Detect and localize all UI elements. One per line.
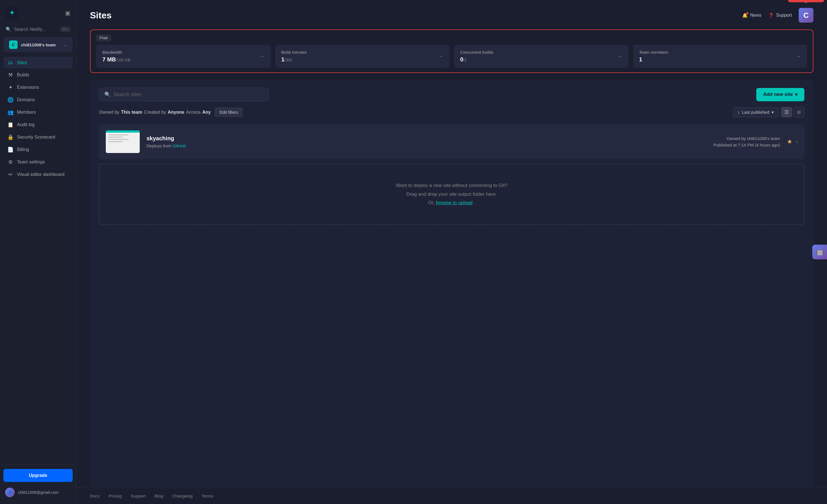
header-actions: 🔔 News ❓ Support 限制条件 C: [742, 8, 814, 22]
drop-zone-line2: Drag and drop your site output folder he…: [116, 190, 787, 199]
sidebar-item-sites[interactable]: 🗂 Sites: [3, 57, 73, 68]
main-header: Sites 🔔 News ❓ Support 限制条件 C: [77, 0, 827, 22]
plan-cards: Bandwidth 7 MB/100 GB → Build minutes 1/…: [96, 45, 807, 68]
team-avatar: C: [9, 41, 17, 49]
sidebar-item-billing[interactable]: 📄 Billing: [3, 144, 73, 156]
team-name: chi811008's team: [21, 42, 60, 47]
news-button[interactable]: 🔔 News: [742, 13, 761, 18]
build-minutes-value: 1/300: [281, 56, 307, 63]
concurrent-builds-value: 0/1: [460, 56, 493, 63]
add-new-site-chevron-icon: ▾: [795, 92, 797, 98]
footer-docs-link[interactable]: Docs: [90, 494, 100, 498]
edit-filters-button[interactable]: Edit filters: [215, 107, 243, 117]
add-new-site-label: Add new site: [763, 92, 793, 97]
sidebar-bottom: Upgrade 👤 chi811008@gmail.com: [0, 464, 76, 504]
sort-button[interactable]: ↕ Last published ▾: [733, 107, 779, 117]
page-title: Sites: [90, 10, 111, 21]
grid-view-button[interactable]: ⊞: [793, 107, 805, 117]
netlify-logo-icon[interactable]: ✦: [6, 7, 18, 19]
concurrent-builds-label: Concurrent builds: [460, 50, 493, 55]
ai-assistant-button[interactable]: 🤖: [812, 245, 827, 259]
sort-label: Last published: [742, 110, 769, 114]
view-toggle: ☰ ⊞: [781, 107, 805, 117]
drop-zone-line1: Want to deploy a new site without connec…: [116, 181, 787, 190]
upgrade-button[interactable]: Upgrade: [3, 469, 73, 482]
sidebar-item-members[interactable]: 👥 Members: [3, 106, 73, 118]
search-icon: 🔍: [6, 27, 11, 32]
tooltip-badge: 限制条件: [788, 0, 824, 2]
sidebar-search[interactable]: 🔍 Search Netlify... ⌘K: [0, 24, 76, 35]
visual-editor-icon: ✏: [7, 171, 13, 178]
bandwidth-card[interactable]: Bandwidth 7 MB/100 GB →: [96, 45, 271, 68]
drop-zone-line3: Or, browse to upload .: [116, 199, 787, 207]
sites-toolbar: 🔍 Add new site ▾: [99, 88, 805, 101]
user-menu-container: 限制条件 C: [799, 8, 814, 22]
site-info: skyaching Deploys from GitHub: [147, 135, 707, 148]
footer-support-link[interactable]: Support: [131, 494, 146, 498]
site-name: skyaching: [147, 135, 707, 142]
audit-log-icon: 📋: [7, 121, 13, 128]
footer-changelog-link[interactable]: Changelog: [172, 494, 193, 498]
site-thumbnail: [106, 131, 140, 153]
builds-icon: ⚒: [7, 72, 13, 78]
site-actions: ★ ›: [787, 138, 797, 145]
footer-terms-link[interactable]: Terms: [202, 494, 213, 498]
sort-chevron-icon: ▾: [772, 110, 774, 115]
list-view-button[interactable]: ☰: [781, 107, 792, 117]
access-value: Any: [202, 110, 211, 115]
footer-blog-link[interactable]: Blog: [155, 494, 163, 498]
build-minutes-arrow-icon: →: [438, 53, 443, 59]
sidebar-item-label: Security Scorecard: [17, 135, 55, 140]
sidebar-item-extensions[interactable]: ✦ Extensions: [3, 82, 73, 93]
footer-pricing-link[interactable]: Pricing: [109, 494, 121, 498]
list-view-icon: ☰: [785, 110, 788, 114]
search-box[interactable]: 🔍: [99, 88, 269, 101]
created-by-label: Created by: [144, 110, 166, 115]
sidebar-item-domains[interactable]: 🌐 Domains: [3, 94, 73, 106]
sidebar-item-label: Visual editor dashboard: [17, 172, 64, 177]
bandwidth-arrow-icon: →: [259, 53, 264, 59]
support-label: Support: [776, 13, 792, 18]
owned-by-value: This team: [121, 110, 142, 115]
site-card[interactable]: skyaching Deploys from GitHub Owned by c…: [99, 124, 805, 159]
browse-to-upload-link[interactable]: browse to upload: [436, 200, 472, 205]
sidebar-search-shortcut: ⌘K: [60, 27, 70, 32]
team-members-value: 1: [639, 56, 668, 63]
team-members-arrow-icon: →: [796, 53, 801, 59]
drop-zone[interactable]: Want to deploy a new site without connec…: [99, 164, 805, 225]
site-meta: Owned by chi811008's team Published at 7…: [713, 136, 780, 147]
add-new-site-button[interactable]: Add new site ▾: [756, 88, 805, 101]
build-minutes-card[interactable]: Build minutes 1/300 →: [275, 45, 450, 68]
bandwidth-value: 7 MB/100 GB: [102, 56, 130, 63]
footer: Docs Pricing Support Blog Changelog Term…: [77, 488, 827, 504]
concurrent-builds-card[interactable]: Concurrent builds 0/1 →: [454, 45, 628, 68]
sidebar-item-audit-log[interactable]: 📋 Audit log: [3, 119, 73, 131]
sidebar-item-label: Members: [17, 110, 36, 115]
search-icon: 🔍: [104, 91, 110, 98]
owned-by-label: Owned by: [99, 110, 119, 115]
sidebar: ✦ ▣ 🔍 Search Netlify... ⌘K C chi811008's…: [0, 0, 77, 504]
user-info: 👤 chi811008@gmail.com: [3, 485, 73, 500]
concurrent-builds-arrow-icon: →: [617, 53, 622, 59]
sidebar-item-security-scorecard[interactable]: 🔒 Security Scorecard: [3, 131, 73, 143]
drop-zone-line3-suffix: .: [474, 200, 475, 205]
sidebar-item-label: Audit log: [17, 122, 35, 127]
search-input[interactable]: [113, 92, 263, 98]
sidebar-item-builds[interactable]: ⚒ Builds: [3, 69, 73, 81]
filters-right: ↕ Last published ▾ ☰ ⊞: [733, 107, 805, 117]
support-icon: ❓: [768, 13, 774, 18]
site-deploy: Deploys from GitHub: [147, 143, 707, 148]
sidebar-item-visual-editor[interactable]: ✏ Visual editor dashboard: [3, 168, 73, 181]
panel-toggle-icon[interactable]: ▣: [65, 10, 70, 16]
support-button[interactable]: ❓ Support: [768, 13, 792, 18]
site-chevron-icon[interactable]: ›: [796, 139, 797, 145]
domains-icon: 🌐: [7, 97, 13, 103]
sidebar-item-team-settings[interactable]: ⚙ Team settings: [3, 156, 73, 168]
bandwidth-label: Bandwidth: [102, 50, 130, 55]
sidebar-team[interactable]: C chi811008's team ⌄: [3, 37, 73, 52]
star-icon[interactable]: ★: [787, 138, 792, 145]
user-avatar-header[interactable]: C: [799, 8, 814, 22]
security-icon: 🔒: [7, 134, 13, 140]
sidebar-item-label: Team settings: [17, 159, 45, 165]
team-members-card[interactable]: Team members 1 →: [633, 45, 808, 68]
